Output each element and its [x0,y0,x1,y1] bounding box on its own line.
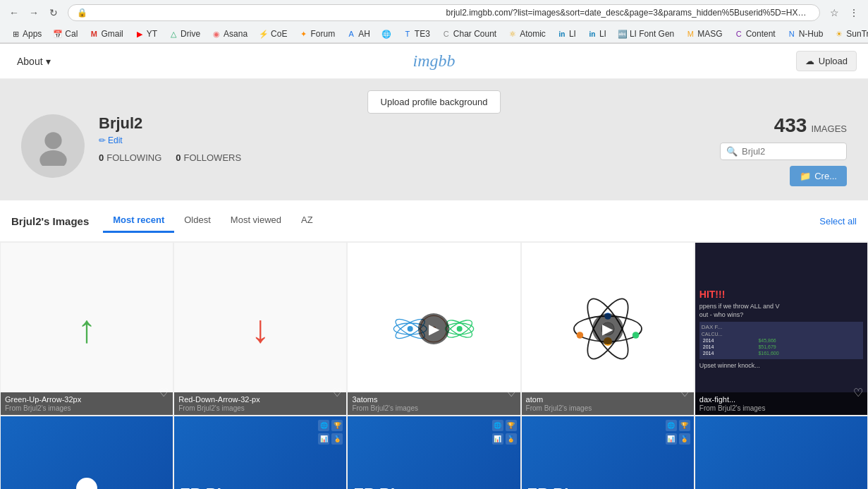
tab-most-viewed[interactable]: Most viewed [221,209,291,233]
gallery-tabs: Most recent Oldest Most viewed AZ [103,209,322,233]
image-title: Green-Up-Arrow-32px [5,395,169,404]
following-label: FOLLOWING [106,152,161,163]
bookmark-coe-label: CoE [271,29,287,39]
bookmark-cal[interactable]: 📅 Cal [48,28,82,40]
image-title: Red-Down-Arrow-32-px [178,395,342,404]
bookmark-globe[interactable]: 🌐 [377,28,396,40]
image-card[interactable]: ▶ atom From Brjul2's images ♡ [521,242,695,416]
image-card[interactable]: HIT!!! ppens if we throw ALL and Vout - … [695,242,868,416]
images-count-number: 433 [774,114,807,137]
images-label: IMAGES [811,123,847,134]
bookmarks-bar: ⊞ Apps 📅 Cal M Gmail ▶ YT △ Drive ◉ Asan… [0,25,868,43]
bookmark-te3[interactable]: T TE3 [398,28,435,40]
about-dropdown-icon: ▾ [46,56,51,67]
image-card[interactable]: 🌐 🏆 📊 🏅 ER BILENGE ♡ [347,416,520,489]
bookmark-suntrust-label: SunTrust [846,29,868,39]
back-button[interactable]: ← [6,4,23,21]
image-caption: atom From Brjul2's images [522,392,694,415]
bookmark-drive[interactable]: △ Drive [164,28,205,40]
heart-button[interactable]: ♡ [159,386,169,399]
image-card[interactable]: ↓ Red-Down-Arrow-32-px From Brjul2's ima… [173,242,347,416]
following-count: 0 [99,152,104,163]
profile-info-row: Brjul2 ✏ Edit 0 FOLLOWING 0 FOLLOWERS [21,114,847,186]
profile-right: 433 IMAGES 🔍 📁 Cre... [720,114,847,186]
image-card-inner [1,416,173,489]
page-container: About ▾ imgbb ☁ Upload Upload profile ba… [0,44,868,489]
address-bar[interactable]: 🔒 brjul2.imgbb.com/?list=images&sort=dat… [68,4,820,21]
followers-count: 0 [176,152,181,163]
dax-upset: Upset winner knock... [699,362,760,369]
dax-title: HIT!!! [699,289,726,300]
image-card[interactable]: 🌐 🏆 📊 🏅 ER BILENGE ♡ [521,416,695,489]
bookmark-asana-label: Asana [224,29,247,39]
charcount-icon: C [441,29,451,39]
bookmark-content[interactable]: C Content [729,28,781,40]
browser-menu-button[interactable]: ⋮ [845,4,862,21]
image-source: From Brjul2's images [352,404,515,412]
asana-icon: ◉ [212,29,221,39]
search-bar: 🔍 [720,143,847,160]
about-button[interactable]: About ▾ [11,52,56,71]
search-input[interactable] [742,146,841,157]
heart-button[interactable]: ♡ [332,386,342,399]
forward-button[interactable]: → [25,4,42,21]
bookmark-atomic[interactable]: ⚛ Atomic [503,28,551,40]
search-icon: 🔍 [726,146,738,157]
image-card-inner: 🌐 🏆 📊 🏅 ER BILENGE [174,416,346,489]
heart-button[interactable]: ♡ [853,386,863,399]
image-card[interactable]: CTURED ♡ [695,416,868,489]
create-label: Cre... [814,171,837,181]
upload-bg-button[interactable]: Upload profile background [367,90,501,114]
about-label: About [17,56,43,67]
bookmark-nhub[interactable]: N N-Hub [782,28,829,40]
bookmark-gmail-label: Gmail [101,29,123,39]
image-source: From Brjul2's images [178,404,342,412]
bookmark-forum-label: Forum [310,29,335,39]
image-title: atom [526,395,690,404]
image-card-inner: HIT!!! ppens if we throw ALL and Vout - … [695,243,867,415]
bookmark-yt[interactable]: ▶ YT [130,28,162,40]
upload-button-top[interactable]: ☁ Upload [796,51,857,71]
bookmark-lifontgen[interactable]: 🔤 LI Font Gen [613,28,679,40]
select-all-link[interactable]: Select all [819,216,857,227]
bookmark-ah[interactable]: A AH [341,28,375,40]
bookmark-apps[interactable]: ⊞ Apps [6,28,47,40]
image-card[interactable]: ↑ Green-Up-Arrow-32px From Brjul2's imag… [0,242,173,416]
avatar [21,114,85,178]
bookmark-gmail[interactable]: M Gmail [84,28,128,40]
image-title: dax-fight... [699,395,863,404]
browser-chrome: ← → ↻ 🔒 brjul2.imgbb.com/?list=images&so… [0,0,868,44]
bookmark-star-button[interactable]: ☆ [826,4,843,21]
bookmark-asana[interactable]: ◉ Asana [207,28,252,40]
heart-button[interactable]: ♡ [506,386,516,399]
image-card[interactable]: ♡ [0,416,173,489]
image-card[interactable]: ▶ 3atoms From Brjul2's images ♡ [347,242,520,416]
upload-label: Upload [819,56,848,66]
image-title: 3atoms [352,395,515,404]
svg-point-20 [76,478,97,489]
tab-az[interactable]: AZ [291,209,323,233]
create-button[interactable]: 📁 Cre... [790,166,847,186]
bookmark-masg[interactable]: M MASG [680,28,727,40]
bookmark-li[interactable]: in LI [552,28,581,40]
bookmark-charcount[interactable]: C Char Count [436,28,501,40]
image-card[interactable]: 🌐 🏆 📊 🏅 ER BILENGE ♡ [173,416,347,489]
tab-oldest[interactable]: Oldest [174,209,221,233]
bookmark-suntrust[interactable]: ☀ SunTrust [829,28,868,40]
profile-section: Upload profile background Brjul2 ✏ Edit [0,79,868,200]
reload-button[interactable]: ↻ [45,4,62,21]
bookmark-forum[interactable]: ✦ Forum [293,28,340,40]
image-card-inner: ▶ atom From Brjul2's images ♡ [522,243,694,415]
edit-link[interactable]: ✏ Edit [99,135,706,145]
bi-person-card [1,416,173,489]
globe-icon: 🌐 [381,29,391,39]
bookmark-li2[interactable]: in LI [582,28,611,40]
heart-button[interactable]: ♡ [680,386,690,399]
bookmark-charcount-label: Char Count [453,29,496,39]
bookmark-li2-label: LI [599,29,606,39]
tab-most-recent[interactable]: Most recent [103,209,174,233]
gallery-section: Brjul2's Images Most recent Oldest Most … [0,200,868,489]
bookmark-masg-label: MASG [697,29,722,39]
bookmark-coe[interactable]: ⚡ CoE [254,28,292,40]
profile-details: Brjul2 ✏ Edit 0 FOLLOWING 0 FOLLOWERS [99,114,706,163]
